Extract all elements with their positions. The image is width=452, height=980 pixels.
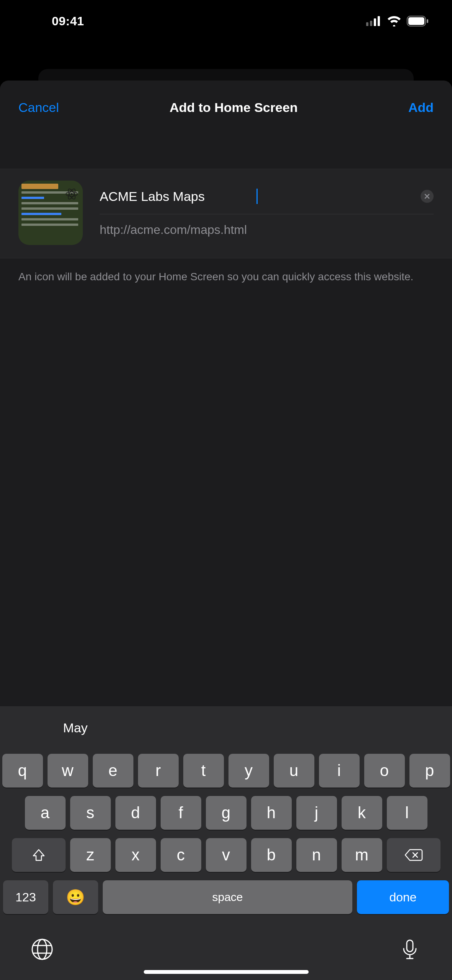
key-z[interactable]: z [70, 838, 111, 872]
cellular-icon [366, 16, 381, 26]
key-d[interactable]: d [115, 796, 156, 830]
clear-button[interactable] [421, 190, 434, 203]
key-j[interactable]: j [296, 796, 337, 830]
key-a[interactable]: a [25, 796, 66, 830]
key-p[interactable]: p [409, 754, 450, 788]
key-t[interactable]: t [183, 754, 224, 788]
key-o[interactable]: o [364, 754, 405, 788]
numbers-key[interactable]: 123 [3, 880, 48, 914]
space-key[interactable]: space [103, 880, 352, 914]
shift-icon [31, 847, 46, 863]
title-input[interactable]: ACME Labs Maps [100, 189, 256, 204]
site-thumbnail [18, 181, 83, 245]
key-u[interactable]: u [274, 754, 314, 788]
sheet-nav: Cancel Add to Home Screen Add [0, 81, 452, 134]
key-g[interactable]: g [206, 796, 247, 830]
close-icon [424, 193, 430, 199]
wifi-icon [387, 16, 401, 26]
key-row-1: q w e r t y u i o p [3, 754, 449, 788]
key-f[interactable]: f [161, 796, 201, 830]
key-w[interactable]: w [48, 754, 88, 788]
svg-point-10 [71, 193, 73, 195]
text-caret [256, 189, 258, 204]
key-l[interactable]: l [387, 796, 427, 830]
home-indicator[interactable] [144, 970, 309, 974]
backspace-icon [404, 848, 423, 862]
svg-rect-2 [374, 18, 376, 26]
mic-icon[interactable] [398, 938, 421, 961]
suggestion-bar: May [0, 706, 452, 749]
svg-point-11 [32, 939, 52, 959]
status-time: 09:41 [52, 14, 84, 28]
emoji-icon: 😀 [66, 888, 85, 906]
battery-icon [407, 16, 429, 26]
backspace-key[interactable] [387, 838, 440, 872]
add-to-home-sheet: Cancel Add to Home Screen Add ACME Labs … [0, 81, 452, 980]
bookmark-form: ACME Labs Maps http://acme.com/maps.html [0, 169, 452, 258]
emoji-key[interactable]: 😀 [53, 880, 98, 914]
done-key[interactable]: done [357, 880, 449, 914]
key-m[interactable]: m [342, 838, 382, 872]
key-v[interactable]: v [206, 838, 247, 872]
globe-icon[interactable] [31, 938, 54, 961]
key-i[interactable]: i [319, 754, 360, 788]
key-e[interactable]: e [93, 754, 133, 788]
key-x[interactable]: x [115, 838, 156, 872]
shift-key[interactable] [12, 838, 66, 872]
keyboard: May q w e r t y u i o p a s d f g [0, 706, 452, 980]
key-y[interactable]: y [228, 754, 269, 788]
key-c[interactable]: c [161, 838, 201, 872]
key-row-3: z x c v b n m [3, 838, 449, 872]
status-icons [366, 16, 429, 26]
key-row-4: 123 😀 space done [3, 880, 449, 914]
key-q[interactable]: q [2, 754, 43, 788]
url-text: http://acme.com/maps.html [100, 223, 434, 237]
form-fields: ACME Labs Maps http://acme.com/maps.html [100, 189, 434, 237]
key-s[interactable]: s [70, 796, 111, 830]
svg-rect-6 [427, 19, 428, 23]
title-field-row[interactable]: ACME Labs Maps [100, 189, 434, 214]
key-b[interactable]: b [251, 838, 292, 872]
suggestion-1[interactable]: May [0, 720, 151, 735]
key-k[interactable]: k [342, 796, 382, 830]
site-logo-icon [65, 187, 78, 201]
svg-rect-13 [407, 940, 413, 952]
sheet-title: Add to Home Screen [169, 100, 297, 115]
key-n[interactable]: n [296, 838, 337, 872]
svg-point-12 [38, 939, 47, 959]
svg-rect-3 [378, 16, 380, 26]
svg-rect-5 [408, 17, 424, 25]
svg-rect-0 [366, 22, 368, 26]
svg-rect-1 [370, 21, 372, 26]
hint-text: An icon will be added to your Home Scree… [0, 258, 452, 295]
key-r[interactable]: r [138, 754, 179, 788]
key-row-2: a s d f g h j k l [3, 796, 449, 830]
cancel-button[interactable]: Cancel [18, 100, 59, 115]
key-h[interactable]: h [251, 796, 292, 830]
add-button[interactable]: Add [408, 100, 434, 115]
status-bar: 09:41 [0, 0, 452, 42]
